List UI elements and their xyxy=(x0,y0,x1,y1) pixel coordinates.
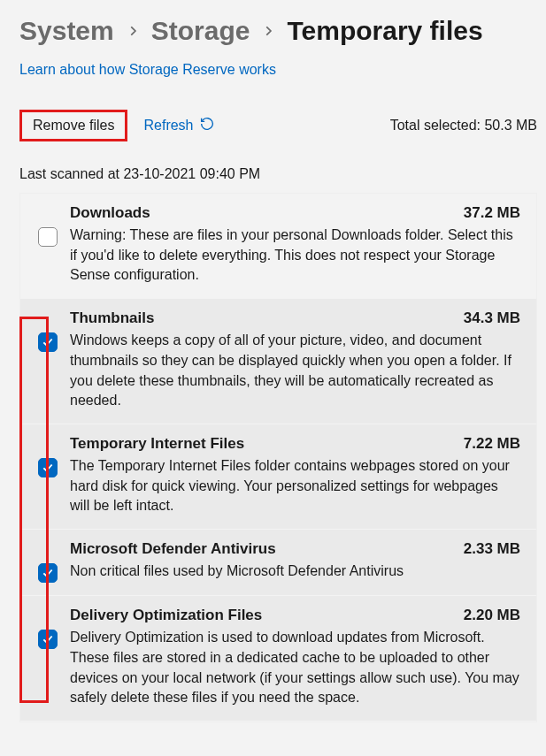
item-description: Non critical files used by Microsoft Def… xyxy=(70,561,520,582)
item-checkbox[interactable] xyxy=(38,563,58,583)
item-title: Temporary Internet Files xyxy=(70,435,244,453)
list-item[interactable]: Temporary Internet Files7.22 MBThe Tempo… xyxy=(20,424,536,530)
item-description: The Temporary Internet Files folder cont… xyxy=(70,456,520,516)
item-description: Windows keeps a copy of all of your pict… xyxy=(70,331,520,411)
item-title: Delivery Optimization Files xyxy=(70,607,262,624)
item-checkbox[interactable] xyxy=(38,458,58,477)
item-title: Downloads xyxy=(70,204,150,222)
refresh-label: Refresh xyxy=(143,118,193,134)
item-size: 37.2 MB xyxy=(464,204,520,222)
remove-files-button[interactable]: Remove files xyxy=(19,110,127,141)
item-checkbox[interactable] xyxy=(38,332,58,352)
item-checkbox[interactable] xyxy=(38,630,58,649)
breadcrumb-temporary-files: Temporary files xyxy=(287,16,482,46)
refresh-icon xyxy=(199,116,215,135)
breadcrumb-storage[interactable]: Storage xyxy=(151,16,250,46)
list-item[interactable]: Thumbnails34.3 MBWindows keeps a copy of… xyxy=(20,299,536,424)
item-title: Microsoft Defender Antivirus xyxy=(70,540,276,558)
temp-files-list: Downloads37.2 MBWarning: These are files… xyxy=(19,193,537,722)
last-scanned-label: Last scanned at 23-10-2021 09:40 PM xyxy=(19,166,537,182)
item-size: 7.22 MB xyxy=(464,435,520,453)
list-item[interactable]: Delivery Optimization Files2.20 MBDelive… xyxy=(20,596,536,722)
chevron-right-icon xyxy=(127,25,139,37)
list-item[interactable]: Microsoft Defender Antivirus2.33 MBNon c… xyxy=(20,530,536,596)
breadcrumb-system[interactable]: System xyxy=(19,16,114,46)
learn-about-storage-reserve-link[interactable]: Learn about how Storage Reserve works xyxy=(19,62,276,78)
chevron-right-icon xyxy=(262,25,274,37)
list-item[interactable]: Downloads37.2 MBWarning: These are files… xyxy=(20,194,536,299)
item-description: Warning: These are files in your persona… xyxy=(70,225,520,286)
item-checkbox[interactable] xyxy=(38,227,58,247)
item-description: Delivery Optimization is used to downloa… xyxy=(70,628,520,708)
item-title: Thumbnails xyxy=(70,309,154,327)
total-selected-label: Total selected: 50.3 MB xyxy=(390,118,537,134)
item-size: 2.33 MB xyxy=(464,540,520,558)
item-size: 34.3 MB xyxy=(464,309,520,327)
breadcrumb: System Storage Temporary files xyxy=(19,16,537,46)
refresh-button[interactable]: Refresh xyxy=(143,116,214,135)
item-size: 2.20 MB xyxy=(464,607,520,624)
